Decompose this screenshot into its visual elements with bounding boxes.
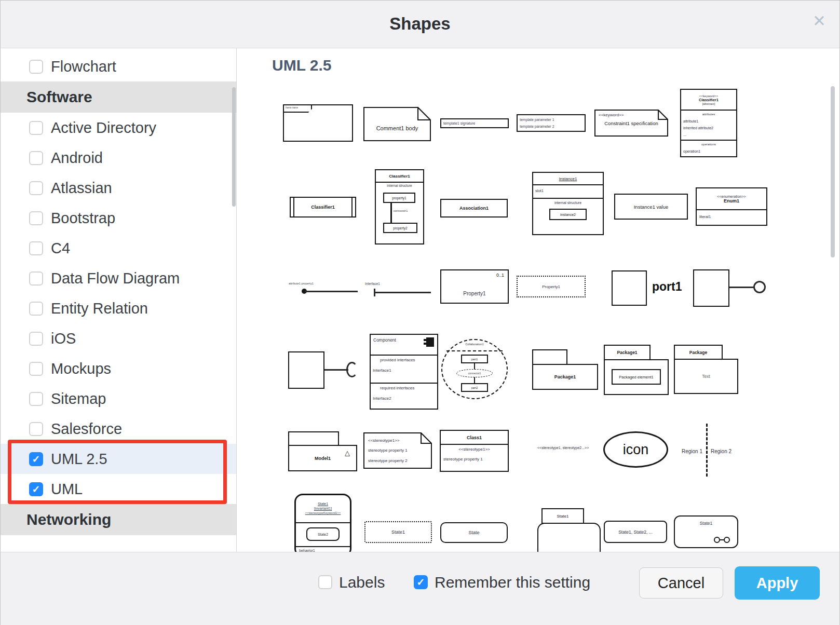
checkbox[interactable]: [29, 302, 43, 316]
close-icon[interactable]: ✕: [812, 13, 826, 29]
check-icon: ✓: [32, 454, 40, 464]
sidebar-item-label: Active Directory: [51, 119, 156, 137]
sidebar-item-uml[interactable]: ✓ UML: [1, 474, 236, 504]
shape-component: Component provided interfaces Interface1…: [370, 334, 438, 410]
checkbox[interactable]: [29, 332, 43, 346]
checkbox[interactable]: [29, 362, 43, 376]
sidebar-item-atlassian[interactable]: Atlassian: [1, 173, 236, 203]
section-header-software: Software: [1, 81, 236, 113]
shape-association: Association1: [440, 199, 508, 218]
shape-property-bounded: 0..1 Property1: [440, 269, 509, 304]
shape-property-dashed: Property1: [517, 276, 586, 297]
shapes-dialog: Shapes ✕ Flowchart Software Active Direc…: [0, 0, 840, 625]
checkbox[interactable]: [29, 151, 43, 165]
checkbox[interactable]: [29, 60, 43, 74]
checkbox[interactable]: [29, 181, 43, 195]
submachine-icon: [714, 537, 730, 543]
shape-frame: frame name: [283, 104, 353, 142]
shape-constraint: <<keyword>> Constraint1 specification: [594, 110, 668, 137]
triangle-icon: △: [345, 449, 350, 457]
labels-checkbox[interactable]: [318, 575, 332, 589]
shape-template-signature: template1 signature: [440, 118, 509, 128]
sidebar-item-label: iOS: [51, 330, 76, 347]
sidebar-item-label: Android: [51, 150, 103, 167]
shape-preview-panel: UML 2.5 frame name Comment1 body templat…: [237, 48, 839, 552]
sidebar-item-label: Data Flow Diagram: [51, 270, 180, 287]
checkbox[interactable]: [29, 422, 43, 436]
sidebar-item-c4[interactable]: C4: [1, 233, 236, 263]
sidebar-item-label: UML 2.5: [51, 451, 107, 468]
sidebar-item-bootstrap[interactable]: Bootstrap: [1, 203, 236, 233]
checkbox[interactable]: [29, 241, 43, 255]
shape-state-tab: State1: [537, 508, 601, 552]
preview-heading: UML 2.5: [272, 57, 331, 74]
sidebar-item-mockups[interactable]: Mockups: [1, 354, 236, 384]
panel-scrollbar-thumb[interactable]: [831, 86, 835, 257]
sidebar-item-data-flow-diagram[interactable]: Data Flow Diagram: [1, 263, 236, 293]
shape-classifier-detail: <<keyword>> Classifier1 [abstract] attri…: [680, 89, 737, 157]
apply-button[interactable]: Apply: [735, 566, 820, 600]
shape-attribute-line: attribute1 property1: [287, 282, 364, 295]
shape-state-dashed: State1: [364, 521, 432, 543]
checkbox-checked[interactable]: ✓: [29, 482, 43, 496]
sidebar-item-sitemap[interactable]: Sitemap: [1, 384, 236, 414]
sidebar-item-active-directory[interactable]: Active Directory: [1, 113, 236, 143]
shape-class-stereotyped: Class1 <<stereotype1>> stereotype proper…: [440, 430, 509, 472]
dialog-footer: Labels ✓ Remember this setting Cancel Ap…: [1, 552, 839, 625]
shape-stereotype-note: <<stereotype1>> stereotype property 1 st…: [363, 432, 432, 469]
shape-package-simple: Package1: [532, 349, 598, 390]
port-label: port1: [652, 280, 682, 294]
shape-instance-value: Instance1 value: [614, 194, 688, 220]
shape-state-list: State1, State2, ...: [604, 521, 667, 543]
shape-package-element: Package1 Packaged element1: [604, 345, 669, 395]
section-label: Networking: [26, 511, 111, 528]
sidebar-item-uml-25[interactable]: ✓ UML 2.5: [1, 444, 236, 474]
sidebar-item-label: Salesforce: [51, 420, 122, 438]
shape-regions: Region 1 Region 2: [675, 424, 764, 477]
shape-port-required: [288, 351, 366, 393]
shape-composite-state: State1 [invariant1] <<stereotypeKeyword1…: [294, 494, 351, 552]
shape-icon-ellipse: icon: [603, 431, 668, 468]
remember-setting-checkbox[interactable]: ✓: [414, 575, 428, 589]
shape-port-square: [612, 270, 647, 306]
checkbox[interactable]: [29, 271, 43, 286]
shape-classifier-structure: Classifier1 internal structure property1…: [375, 169, 424, 244]
check-icon: ✓: [32, 484, 40, 494]
sidebar-item-label: Flowchart: [51, 58, 116, 75]
sidebar-scrollbar-thumb[interactable]: [232, 87, 236, 207]
sidebar-item-ios[interactable]: iOS: [1, 323, 236, 354]
shape-model: Model1 △: [288, 431, 357, 471]
shape-state-plain: State: [440, 522, 508, 543]
shape-stereotype-text: <<stereotype1, stereotype2...>>: [537, 446, 589, 450]
sidebar-item-label: Mockups: [51, 360, 111, 377]
folded-corner-icon: [658, 110, 668, 120]
sidebar-item-label: Bootstrap: [51, 210, 115, 227]
dialog-title: Shapes: [1, 1, 839, 47]
folded-corner-icon: [421, 432, 432, 444]
sidebar-item-flowchart[interactable]: Flowchart: [1, 51, 236, 81]
check-icon: ✓: [417, 577, 425, 587]
sidebar-item-label: Sitemap: [51, 390, 106, 407]
remember-setting-label: Remember this setting: [435, 574, 590, 591]
checkbox-checked[interactable]: ✓: [29, 452, 43, 466]
shape-state-submachine: State1: [674, 515, 738, 548]
component-icon: [426, 337, 434, 347]
checkbox[interactable]: [29, 121, 43, 135]
sidebar-item-android[interactable]: Android: [1, 143, 236, 173]
sidebar-item-entity-relation[interactable]: Entity Relation: [1, 293, 236, 323]
shape-collaboration: Collaboration1 part1 connector1 part2: [441, 339, 508, 399]
section-label: Software: [26, 88, 92, 106]
shape-instance: Instance1 slot1 internal structure insta…: [532, 172, 604, 235]
section-header-networking: Networking: [1, 504, 236, 535]
sidebar-item-label: Entity Relation: [51, 300, 148, 317]
cancel-button[interactable]: Cancel: [639, 567, 723, 599]
folded-corner-icon: [417, 107, 431, 120]
labels-label: Labels: [339, 574, 385, 591]
checkbox[interactable]: [29, 211, 43, 225]
sidebar-item-label: UML: [51, 481, 83, 498]
shape-library-sidebar: Flowchart Software Active Directory Andr…: [1, 48, 237, 552]
shape-classifier-simple: Classifier1: [290, 197, 356, 218]
shape-template-parameters: template parameter 1 template parameter …: [517, 114, 586, 132]
checkbox[interactable]: [29, 392, 43, 406]
sidebar-item-salesforce[interactable]: Salesforce: [1, 414, 236, 444]
